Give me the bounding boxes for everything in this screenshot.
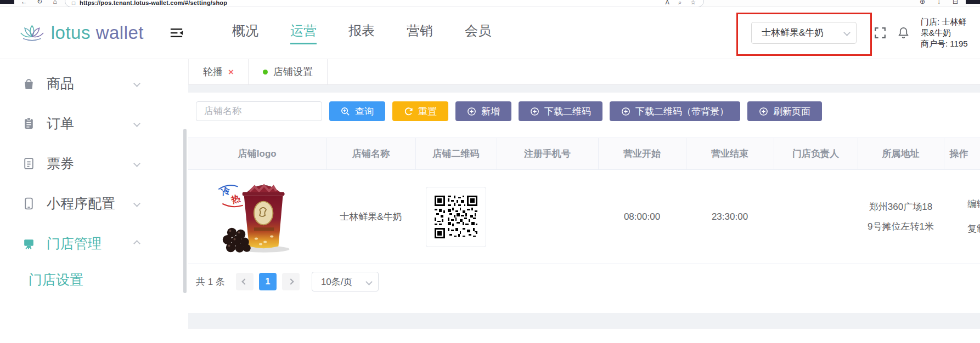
sidebar-item-store-settings[interactable]: 门店设置 [0,264,170,295]
store-qr-box[interactable] [426,187,486,247]
main-content: 轮播 × 店铺设置 查询 [188,59,980,343]
urlbar-icons: A ⌕ ☆ [666,0,696,6]
content-body: 查询 重置 新增 [188,85,980,343]
button-label: 重置 [418,105,437,118]
sidebar-item-goods[interactable]: 商品 [0,64,170,104]
close-icon[interactable]: × [228,67,234,77]
chevron-up-icon [133,240,140,247]
brand: lotus wallet [19,21,144,45]
chevron-down-icon [133,80,140,87]
prev-page-button[interactable] [236,273,254,290]
actions-cell: 编辑 复制 [944,170,980,264]
brand-word-wallet: wallet [96,22,144,43]
app-header: lotus wallet 概况 运营 报表 营销 会员 士林鲜果&牛奶 [0,7,980,59]
star-icon[interactable]: ☆ [690,0,696,6]
registered-phone-cell [497,170,598,264]
page-size-select[interactable]: 10条/页 [312,272,379,291]
plus-circle-icon [759,107,768,116]
store-qr-code [435,196,477,238]
sidebar-item-label: 门店管理 [47,235,102,253]
col-header-phone: 注册手机号 [497,138,598,170]
sidebar-item-label: 商品 [47,75,74,93]
page-1-button[interactable]: 1 [259,273,277,290]
sidebar-item-label: 票券 [47,155,74,173]
chevron-down-icon [133,160,140,167]
bottom-strip [188,329,980,343]
text-size-icon[interactable]: A [666,0,669,6]
sidebar-item-store-management[interactable]: 门店管理 [0,224,170,264]
tab-label: 轮播 [203,65,223,78]
nav-marketing[interactable]: 营销 [407,22,433,44]
plus-circle-icon [621,107,630,116]
query-button[interactable]: 查询 [329,101,385,121]
scrollbar[interactable] [183,129,187,293]
nav-members[interactable]: 会员 [465,22,491,44]
chevron-down-icon [365,278,373,285]
sidebar-item-miniapp[interactable]: 小程序配置 [0,184,170,224]
refresh-page-button[interactable]: 刷新页面 [747,101,822,121]
plus-circle-icon [467,107,476,116]
tab-bar: 轮播 × 店铺设置 [188,59,980,85]
shop-name-input[interactable] [196,101,322,121]
chevron-right-icon [288,278,294,284]
lotus-logo-icon [19,21,46,45]
brand-text: lotus wallet [51,22,144,43]
copy-link[interactable]: 复制 [948,217,980,241]
ticket-icon [22,157,36,170]
menu-fold-icon[interactable] [169,26,184,39]
search-icon[interactable]: ⌕ [678,0,682,6]
browser-back-icon[interactable]: ← [20,0,29,5]
sidebar-item-orders[interactable]: 订单 [0,104,170,144]
browser-toolbar: ← ↻ ⌂ □ https://pos.tenant.lotus-wallet.… [0,0,980,7]
merchant-info: 门店: 士林鲜果&牛奶 商户号: 1195 [921,16,971,49]
tab-carousel[interactable]: 轮播 × [189,59,249,84]
pagination: 共 1 条 1 10条/页 [196,272,980,291]
nav-overview[interactable]: 概况 [232,22,258,44]
download-qr-bg-button[interactable]: 下载二维码（带背景） [610,101,740,121]
reset-button[interactable]: 重置 [392,101,448,121]
screen: ← ↻ ⌂ □ https://pos.tenant.lotus-wallet.… [0,0,980,343]
active-tab-dot-icon [263,70,268,75]
downloads-icon[interactable]: ↓ [937,0,940,5]
store-name-cell: 士林鲜果&牛奶 [326,170,415,264]
browser-reload-icon[interactable]: ↻ [35,0,44,5]
table-row: 冷 热 士林鲜果&牛奶 [188,170,980,264]
merchant-store-line: 门店: 士林鲜果&牛奶 [921,16,971,38]
chevron-down-icon [133,120,140,127]
window-corner [966,0,980,4]
col-header-actions: 操作 [944,138,980,170]
download-qr-button[interactable]: 下载二维码 [519,101,602,121]
bell-icon[interactable] [897,26,910,39]
store-icon [22,237,36,250]
page-size-value: 10条/页 [321,276,353,288]
col-header-open: 营业开始 [598,138,686,170]
open-time-cell: 08:00:00 [598,170,686,264]
browser-url-text: https://pos.tenant.lotus-wallet.com/#/se… [80,0,227,6]
filter-row: 查询 重置 新增 [196,101,980,121]
extensions-icon[interactable]: ⊕ [920,0,925,5]
col-header-address: 所属地址 [858,138,944,170]
fullscreen-icon[interactable] [874,27,886,39]
nav-operations[interactable]: 运营 [290,22,317,44]
tab-shop-settings[interactable]: 店铺设置 [249,59,328,84]
stores-table: 店铺logo 店铺名称 店铺二维码 注册手机号 营业开始 营业结束 门店负责人 … [188,138,980,264]
browser-url-bar[interactable]: □ https://pos.tenant.lotus-wallet.com/#/… [65,0,704,7]
chevron-down-icon [133,200,140,207]
refresh-icon [404,107,413,116]
edit-link[interactable]: 编辑 [948,192,980,216]
nav-reports[interactable]: 报表 [348,22,375,44]
add-button[interactable]: 新增 [455,101,511,121]
shop-settings-panel: 查询 重置 新增 [188,93,980,313]
sidebar-item-tickets[interactable]: 票券 [0,144,170,184]
close-time-cell: 23:30:00 [686,170,774,264]
col-header-logo: 店铺logo [188,138,326,170]
sidebar-item-label: 订单 [47,115,74,133]
store-selector[interactable]: 士林鲜果&牛奶 [751,22,857,44]
bag-icon [22,77,36,90]
button-label: 下载二维码 [544,105,591,118]
browser-home-icon[interactable]: ⌂ [50,0,59,5]
next-page-button[interactable] [282,273,300,290]
window-corner [0,0,14,4]
apps-icon[interactable]: ⊟ [953,0,958,5]
page-icon: □ [72,0,75,6]
